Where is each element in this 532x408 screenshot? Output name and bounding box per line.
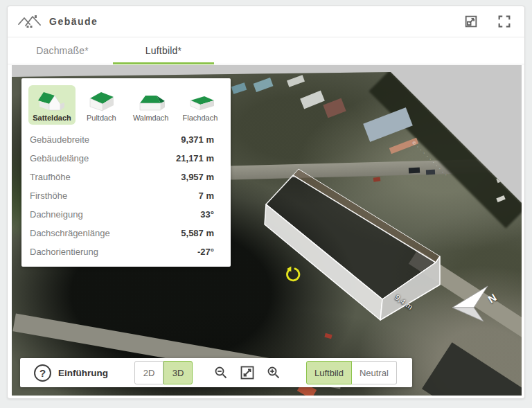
basemap-toggle: Luftbild Neutral	[306, 361, 397, 384]
car	[324, 333, 332, 339]
page-title: Gebäude	[49, 16, 98, 27]
card-header: Gebäude	[8, 6, 524, 37]
fit-extent-icon[interactable]	[240, 365, 255, 380]
building-roof	[323, 98, 346, 118]
pool	[254, 78, 274, 92]
building-roof	[287, 75, 305, 87]
roof-type-flachdach[interactable]: Flachdach	[177, 85, 224, 125]
measurement-row-dachschraegenlaenge[interactable]: Dachschrägenlänge 5,587 m	[21, 224, 231, 242]
building-roof	[300, 91, 325, 109]
car	[373, 177, 381, 181]
compass-arrow-icon[interactable]	[441, 280, 517, 328]
roof-type-label: Flachdach	[183, 114, 218, 122]
gebaeude-card: Gebäude Dachmaße* Luftbild*	[7, 6, 525, 399]
basemap-neutral-button[interactable]: Neutral	[352, 361, 397, 384]
resize-window-icon[interactable]	[463, 14, 479, 29]
roof-type-pultdach[interactable]: Pultdach	[78, 85, 125, 125]
building-roof	[422, 342, 522, 396]
measurement-row-gebaeudebreite[interactable]: Gebäudebreite 9,371 m	[21, 130, 231, 149]
pultdach-icon	[86, 89, 116, 112]
help-icon[interactable]: ?	[34, 364, 51, 382]
basemap-luftbild-button[interactable]: Luftbild	[306, 361, 352, 384]
measurement-row-dachorientierung[interactable]: Dachorientierung -27°	[21, 242, 231, 261]
header-actions	[463, 14, 512, 29]
car	[496, 176, 506, 183]
view-3d-button[interactable]: 3D	[163, 361, 193, 384]
tab-bar: Dachmaße* Luftbild*	[8, 37, 524, 64]
roof-settings-panel: Satteldach Pultdach	[21, 78, 231, 267]
map-toolbar: ? Einführung 2D 3D	[20, 358, 412, 387]
measurement-list: Gebäudebreite 9,371 m Gebäudelänge 21,17…	[21, 130, 231, 261]
tab-luftbild[interactable]: Luftbild*	[113, 37, 214, 64]
active-tab-underline	[113, 62, 214, 64]
car	[409, 168, 420, 174]
measurement-row-firsthoehe[interactable]: Firsthöhe 7 m	[21, 186, 231, 205]
roof-type-satteldach[interactable]: Satteldach	[28, 85, 76, 125]
intro-label[interactable]: Einführung	[58, 368, 108, 378]
roof-type-label: Satteldach	[33, 114, 71, 122]
pool	[231, 82, 247, 94]
fullscreen-icon[interactable]	[497, 14, 512, 29]
roof-type-selector: Satteldach Pultdach	[21, 82, 231, 129]
flachdach-icon	[185, 89, 215, 112]
roof-type-label: Walmdach	[133, 114, 169, 122]
measurement-row-dachneigung[interactable]: Dachneigung 33°	[21, 205, 231, 224]
building-roof-logo-icon	[17, 12, 41, 30]
measurement-row-traufhoehe[interactable]: Traufhöhe 3,957 m	[21, 168, 231, 186]
zoom-out-icon[interactable]	[213, 365, 229, 380]
rotate-model-icon[interactable]	[283, 266, 301, 284]
walmdach-icon	[136, 89, 166, 112]
car	[426, 170, 435, 175]
satteldach-icon	[37, 89, 67, 112]
tab-luftbild-label: Luftbild*	[145, 45, 181, 56]
view-mode-toggle: 2D 3D	[134, 361, 193, 384]
roof-type-label: Pultdach	[87, 114, 116, 122]
roof-type-walmdach[interactable]: Walmdach	[127, 85, 175, 125]
map-viewport[interactable]: © · · · · · · · · · · 9,4 m N	[12, 65, 522, 396]
tab-dachmasse-label: Dachmaße*	[36, 45, 89, 56]
tab-dachmasse[interactable]: Dachmaße*	[12, 37, 113, 64]
view-2d-button[interactable]: 2D	[134, 361, 163, 384]
building-roof	[363, 107, 413, 142]
measurement-row-gebaeudelaenge[interactable]: Gebäudelänge 21,171 m	[21, 149, 231, 168]
zoom-in-icon[interactable]	[266, 365, 281, 380]
